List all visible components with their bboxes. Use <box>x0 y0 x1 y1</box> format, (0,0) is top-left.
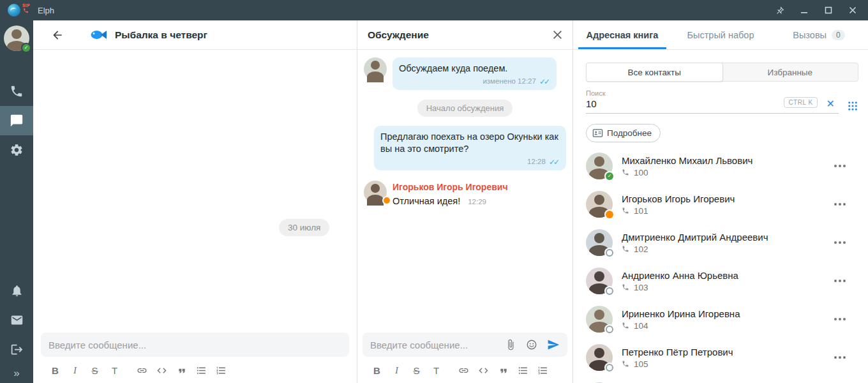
pin-button[interactable] <box>775 5 785 15</box>
message-sender: Игорьков Игорь Игоревич <box>393 182 508 192</box>
search-shortcut-badge: CTRL K <box>784 97 817 108</box>
attach-file-button[interactable] <box>505 339 516 350</box>
bold-button[interactable]: B <box>50 365 61 376</box>
address-book-body: Все контакты Избранные Поиск CTRL K ✕ <box>573 50 868 383</box>
chat-message-input[interactable] <box>49 340 341 350</box>
contact-row[interactable]: Михайленко Михаил Львович 100 <box>586 147 858 185</box>
text-format-button[interactable]: T <box>109 365 120 376</box>
message-meta: изменено 12:27 <box>483 77 535 87</box>
maximize-button[interactable] <box>823 5 834 15</box>
search-input[interactable] <box>586 98 784 109</box>
contact-more-button[interactable] <box>830 237 849 248</box>
minimize-button[interactable] <box>799 5 809 15</box>
italic-button[interactable]: I <box>391 365 402 376</box>
sip-phone-icon: SIP <box>22 3 30 13</box>
contact-more-button[interactable] <box>830 199 849 209</box>
discussion-composer: B I S T <box>357 333 572 383</box>
close-button[interactable] <box>848 5 858 15</box>
nav-mail-button[interactable] <box>0 305 33 334</box>
nav-logout-button[interactable] <box>0 334 33 364</box>
contact-row[interactable]: Андриенко Анна Юрьевна 103 <box>586 262 858 300</box>
search-clear-button[interactable]: ✕ <box>827 99 835 109</box>
user-avatar[interactable] <box>4 26 29 51</box>
contact-name: Петренко Пётр Петрович <box>622 347 830 357</box>
chat-icon <box>10 114 24 128</box>
sip-handset-icon <box>23 8 29 13</box>
contact-list[interactable]: Михайленко Михаил Львович 100 Иго <box>586 147 858 383</box>
contact-phone: 100 <box>634 168 648 177</box>
contact-more-button[interactable] <box>830 314 849 324</box>
search-field: Поиск CTRL K ✕ <box>586 89 839 114</box>
contact-row[interactable]: Петренко Пётр Петрович 105 <box>586 338 858 377</box>
discussion-close-button[interactable] <box>553 30 562 40</box>
phone-icon <box>622 169 629 176</box>
text-format-button[interactable]: T <box>431 365 442 376</box>
numbered-list-button[interactable] <box>537 365 548 376</box>
apps-grid-button[interactable] <box>847 100 858 112</box>
discussion-input-row <box>363 333 567 357</box>
message-bubble: Обсуждаем куда поедем. изменено 12:27 <box>393 57 557 90</box>
phone-icon <box>622 207 629 214</box>
numbered-list-button[interactable] <box>216 365 227 376</box>
tab-calls[interactable]: Вызовы 0 <box>770 20 868 49</box>
tab-speed-dial[interactable]: Быстрый набор <box>671 20 770 49</box>
subtab-favorites[interactable]: Избранные <box>722 63 858 81</box>
nav-settings-button[interactable] <box>0 135 33 165</box>
strikethrough-button[interactable]: S <box>411 365 422 376</box>
contact-row[interactable]: Игорьков Игорь Игоревич 101 <box>586 185 858 223</box>
contact-avatar <box>586 153 613 179</box>
discussion-message-area[interactable]: Обсуждаем куда поедем. изменено 12:27 На… <box>357 50 572 333</box>
contact-name: Дмитриенко Дмитрий Андреевич <box>622 232 830 243</box>
contact-avatar <box>586 267 613 294</box>
nav-chats-button[interactable] <box>0 106 33 135</box>
subtab-all-contacts[interactable]: Все контакты <box>586 63 723 82</box>
strikethrough-button[interactable]: S <box>89 365 100 376</box>
online-status-badge <box>606 172 613 180</box>
nav-expand-button[interactable]: » <box>0 364 33 383</box>
quote-button[interactable] <box>176 366 187 376</box>
contact-phone: 104 <box>634 321 648 331</box>
away-status-badge <box>384 197 390 204</box>
phone-icon <box>622 322 629 329</box>
send-button[interactable] <box>547 338 560 351</box>
contact-more-button[interactable] <box>830 352 849 363</box>
paperclip-icon <box>505 339 516 350</box>
bold-button[interactable]: B <box>371 365 382 376</box>
chat-message-area[interactable]: 30 июля <box>33 50 357 333</box>
contact-row[interactable]: Ириненко Ирина Игоревна 104 <box>586 300 858 338</box>
contact-avatar <box>586 229 613 256</box>
bullet-list-button[interactable] <box>518 365 528 376</box>
contact-more-button[interactable] <box>830 161 849 171</box>
code-button[interactable] <box>478 365 489 376</box>
quote-button[interactable] <box>498 366 509 376</box>
quote-icon <box>177 366 187 376</box>
italic-button[interactable]: I <box>70 365 80 376</box>
offline-status-badge <box>606 287 613 295</box>
maximize-icon <box>825 6 832 14</box>
subtab-label: Все контакты <box>627 68 681 77</box>
link-button[interactable] <box>458 365 469 376</box>
contact-more-button[interactable] <box>830 276 849 286</box>
bullet-list-button[interactable] <box>196 365 207 376</box>
details-button[interactable]: Подробнее <box>586 124 661 142</box>
offline-status-badge <box>606 326 613 333</box>
emoji-button[interactable] <box>526 339 537 350</box>
contact-row[interactable]: Дмитриенко Дмитрий Андреевич 102 <box>586 223 858 262</box>
bullet-list-icon <box>196 365 207 376</box>
discussion-message-input[interactable] <box>370 340 500 350</box>
discussion-title: Обсуждение <box>368 29 429 41</box>
code-button[interactable] <box>156 365 167 376</box>
phone-icon <box>10 84 24 98</box>
link-button[interactable] <box>137 365 147 376</box>
gear-icon <box>10 143 24 157</box>
nav-calls-button[interactable] <box>0 77 33 106</box>
phone-icon <box>622 245 629 253</box>
contact-card-icon <box>592 128 603 139</box>
nav-notifications-button[interactable] <box>0 276 33 305</box>
contact-avatar <box>586 191 613 218</box>
bullet-list-icon <box>518 365 528 376</box>
pin-icon <box>776 6 784 15</box>
back-button[interactable] <box>50 27 65 43</box>
tab-address-book[interactable]: Адресная книга <box>573 20 671 49</box>
contact-row[interactable] <box>586 377 858 383</box>
